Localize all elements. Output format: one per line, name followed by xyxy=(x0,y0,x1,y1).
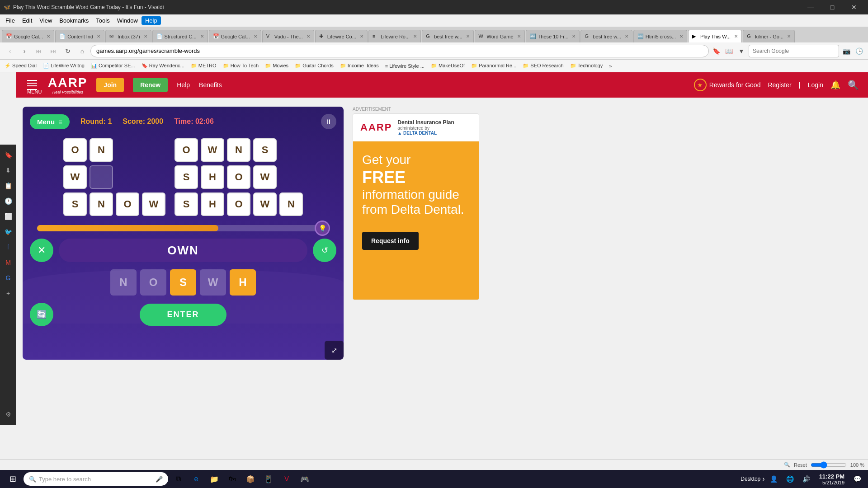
tile-S2[interactable]: S xyxy=(253,138,277,162)
tab-kilmer[interactable]: G kilmer - Go... ✕ xyxy=(743,30,795,42)
shuffle-button[interactable]: 🔄 xyxy=(30,303,53,326)
microphone-icon[interactable]: 🎤 xyxy=(156,476,163,483)
menu-file[interactable]: File xyxy=(2,16,19,25)
sidebar-settings-icon[interactable]: ⚙ xyxy=(1,408,15,421)
fullscreen-button[interactable]: ⤢ xyxy=(325,341,344,360)
maximize-button[interactable]: □ xyxy=(822,0,843,14)
menu-window[interactable]: Window xyxy=(113,16,142,25)
bookmark-technology[interactable]: 📁 Technology xyxy=(567,62,606,70)
bookmark-paranormal[interactable]: 📁 Paranormal Re... xyxy=(468,62,519,70)
enter-button[interactable]: ENTER xyxy=(140,304,226,326)
tab-close[interactable]: ✕ xyxy=(47,34,50,39)
tile-N3[interactable]: N xyxy=(227,138,250,162)
tab-close[interactable]: ✕ xyxy=(466,34,470,39)
aarp-benefits-link[interactable]: Benefits xyxy=(199,81,222,89)
taskbar-store[interactable]: 🛍 xyxy=(224,471,241,487)
sidebar-download-icon[interactable]: ⬇ xyxy=(1,164,15,177)
sel-tile-W[interactable]: W xyxy=(200,269,226,296)
tab-lifewire-ro[interactable]: ≡ Lifewire Ro... ✕ xyxy=(368,30,421,42)
sidebar-google-icon[interactable]: G xyxy=(1,271,15,285)
menu-tools[interactable]: Tools xyxy=(92,16,113,25)
tile-N2[interactable]: N xyxy=(90,192,113,216)
tab-google-cal-2[interactable]: 📅 Google Cal... ✕ xyxy=(209,30,261,42)
tile-S4[interactable]: S xyxy=(175,192,198,216)
taskbar-folder[interactable]: 📁 xyxy=(206,471,222,487)
tile-O3[interactable]: O xyxy=(175,138,198,162)
aarp-register-link[interactable]: Register xyxy=(768,81,791,89)
taskbar-task-view[interactable]: ⧉ xyxy=(170,471,186,487)
notification-icon[interactable]: 💬 xyxy=(850,472,864,486)
taskbar-unknown1[interactable]: 📦 xyxy=(242,471,259,487)
tab-close[interactable]: ✕ xyxy=(679,34,683,39)
people-icon[interactable]: 👤 xyxy=(767,472,781,486)
clear-word-button[interactable]: ✕ xyxy=(30,239,53,262)
taskbar-phone[interactable]: 📱 xyxy=(260,471,277,487)
aarp-join-button[interactable]: Join xyxy=(96,78,124,92)
menu-bookmarks[interactable]: Bookmarks xyxy=(56,16,92,25)
tile-O4[interactable]: O xyxy=(227,165,250,189)
bookmark-page-icon[interactable]: 🔖 xyxy=(711,46,722,56)
aarp-renew-button[interactable]: Renew xyxy=(133,78,168,92)
sidebar-gmail-icon[interactable]: M xyxy=(1,256,15,269)
tab-close[interactable]: ✕ xyxy=(307,34,310,39)
tab-content-ind[interactable]: 📄 Content Ind ✕ xyxy=(55,30,104,42)
start-button[interactable]: ⊞ xyxy=(4,470,22,488)
tile-O2[interactable]: O xyxy=(116,192,139,216)
sel-tile-H[interactable]: H xyxy=(230,269,256,296)
tab-google-cal-1[interactable]: 📅 Google Cal... ✕ xyxy=(2,30,54,42)
first-button[interactable]: ⏮ xyxy=(33,45,45,57)
sidebar-tabs-icon[interactable]: ⬜ xyxy=(1,210,15,223)
tile-O1[interactable]: O xyxy=(63,138,87,162)
home-button[interactable]: ⌂ xyxy=(76,45,89,57)
rewards-button[interactable]: ★ Rewards for Good xyxy=(694,79,761,91)
tab-close[interactable]: ✕ xyxy=(517,34,521,39)
taskbar-edge[interactable]: e xyxy=(188,471,204,487)
tile-H2[interactable]: H xyxy=(201,192,224,216)
network-icon[interactable]: 🌐 xyxy=(783,472,797,486)
close-button[interactable]: ✕ xyxy=(844,0,864,14)
tab-close[interactable]: ✕ xyxy=(734,34,738,39)
sel-tile-O[interactable]: O xyxy=(140,269,166,296)
history-icon[interactable]: 🕒 xyxy=(854,46,864,56)
tab-these-10[interactable]: 🔤 These 10 Fr... ✕ xyxy=(526,30,580,42)
aarp-menu-button[interactable]: MENU xyxy=(25,78,39,92)
taskbar-vivaldi[interactable]: V xyxy=(278,471,295,487)
tile-S1[interactable]: S xyxy=(63,192,87,216)
sound-icon[interactable]: 🔊 xyxy=(799,472,814,486)
taskbar-search[interactable]: 🔍 Type here to search 🎤 xyxy=(24,472,168,486)
tile-W4[interactable]: W xyxy=(253,165,277,189)
tile-H1[interactable]: H xyxy=(201,165,224,189)
menu-view[interactable]: View xyxy=(36,16,56,25)
bookmark-speed-dial[interactable]: ⚡ Speed Dial xyxy=(2,62,39,70)
sidebar-history-icon[interactable]: 🕐 xyxy=(1,194,15,208)
sidebar-bookmarks-icon[interactable]: 🔖 xyxy=(1,148,15,162)
sel-tile-S[interactable]: S xyxy=(170,269,196,296)
bookmark-seo[interactable]: 📁 SEO Research xyxy=(520,62,566,70)
url-input[interactable] xyxy=(90,45,709,57)
tab-vudu[interactable]: V Vudu - The... ✕ xyxy=(262,30,314,42)
bookmark-howto[interactable]: 📁 How To Tech xyxy=(220,62,262,70)
bookmark-metro[interactable]: 📁 METRO xyxy=(188,62,219,70)
aarp-help-link[interactable]: Help xyxy=(177,81,190,89)
ad-cta-button[interactable]: Request info xyxy=(362,232,419,250)
tab-close[interactable]: ✕ xyxy=(360,34,363,39)
tab-close[interactable]: ✕ xyxy=(787,34,791,39)
tab-html5[interactable]: 🔤 Html5 cross... ✕ xyxy=(633,30,687,42)
tab-close[interactable]: ✕ xyxy=(97,34,100,39)
forward-button[interactable]: › xyxy=(18,45,31,57)
menu-edit[interactable]: Edit xyxy=(19,16,36,25)
zoom-slider[interactable] xyxy=(811,461,847,469)
tile-W2[interactable]: W xyxy=(142,192,165,216)
sidebar-add-icon[interactable]: + xyxy=(1,286,15,300)
tab-close[interactable]: ✕ xyxy=(144,34,147,39)
sidebar-facebook-icon[interactable]: f xyxy=(1,240,15,254)
bookmark-makeuseOf[interactable]: 📁 MakeUseOf xyxy=(428,62,467,70)
bookmark-lifewire-style[interactable]: ≡ Lifewire Style ... xyxy=(382,62,427,70)
reader-icon[interactable]: 📖 xyxy=(723,46,734,56)
camera-icon[interactable]: 📷 xyxy=(841,46,852,56)
tile-W5[interactable]: W xyxy=(253,192,277,216)
sel-tile-N[interactable]: N xyxy=(110,269,137,296)
tab-structured[interactable]: 📄 Structured C... ✕ xyxy=(152,30,208,42)
tab-close[interactable]: ✕ xyxy=(572,34,576,39)
tile-O5[interactable]: O xyxy=(227,192,250,216)
